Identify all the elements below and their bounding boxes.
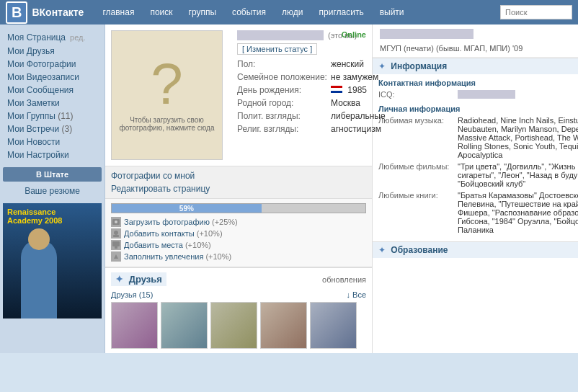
nav: главная поиск группы события люди пригла… [95, 4, 500, 20]
hobby-progress-link[interactable]: Заполнить увлечения [124, 252, 203, 261]
detail-relationship: Семейное положение: не замужем [237, 72, 386, 82]
info-section-title: ✦ Информация [378, 61, 447, 71]
friend-thumb-1[interactable] [111, 302, 158, 349]
nav-search[interactable]: поиск [143, 4, 179, 20]
contact-progress-link[interactable]: Добавить контакты [124, 229, 195, 238]
edit-page-link[interactable]: Редактировать страницу [111, 182, 366, 195]
friends-count[interactable]: Друзья (15) [111, 290, 153, 299]
friend-thumb-4[interactable] [260, 302, 307, 349]
birthday-flag-icon [331, 86, 342, 93]
main-layout: Моя Страница ред. Мои Друзья Мои Фотогра… [0, 24, 578, 353]
progress-item-hobby[interactable]: Заполнить увлечения (+10%) [111, 251, 366, 262]
sidebar-edit-label[interactable]: ред. [70, 33, 85, 42]
search-input[interactable] [500, 5, 572, 19]
nav-people[interactable]: люди [275, 4, 310, 20]
detail-birthday: День рождения: 1985 [237, 85, 386, 95]
location-progress-link[interactable]: Добавить места [124, 241, 183, 249]
progress-item-location[interactable]: Добавить места (+10%) [111, 239, 366, 251]
nav-home[interactable]: главная [95, 4, 141, 20]
friend-thumb-2[interactable] [161, 302, 208, 349]
edu-title: Образование [391, 245, 448, 255]
education-text: МГУП (печати) (бывш. МГАП, МПИ) '09 [380, 44, 578, 53]
edu-section: ✦ Образование редактировать [373, 241, 578, 258]
edu-icon: ✦ [378, 245, 386, 255]
sidebar-item-events[interactable]: Мои Встречи (3) [0, 122, 105, 135]
svg-rect-4 [112, 241, 120, 246]
friend-thumb-3[interactable] [210, 302, 257, 349]
ad-line2: Academy 2008 [7, 216, 62, 225]
sidebar-item-mypage[interactable]: Моя Страница [7, 32, 66, 43]
detail-gender: Пол: женский [237, 59, 386, 69]
edu-section-header: ✦ Образование редактировать [373, 242, 578, 258]
friends-all-link[interactable]: ↓ Все [346, 290, 366, 299]
sidebar-status-header: В Штате [3, 167, 102, 182]
sidebar-item-videos[interactable]: Мои Видеозаписи [0, 71, 105, 84]
photo-question-mark: ? [151, 55, 183, 113]
logo-text: ВКонтакте [32, 6, 84, 18]
search-box [500, 5, 572, 19]
profile-name-blurred [237, 30, 324, 40]
sidebar-item-groups[interactable]: Мои Группы (11) [0, 110, 105, 122]
contact-progress-icon [111, 228, 121, 239]
icq-value-blurred [458, 90, 515, 99]
online-status: Online [342, 30, 366, 39]
nav-events[interactable]: события [225, 4, 273, 20]
right-name-blurred [380, 29, 473, 39]
progress-section: 59% Загрузить фотографию (+25%) [105, 199, 372, 267]
friends-grid [111, 302, 366, 349]
svg-rect-3 [113, 235, 119, 237]
right-column: Информация МГУП (печати) (бывш. МГАП, МП… [372, 24, 578, 353]
detail-religious: Религ. взгляды: агностицизм [237, 124, 386, 134]
info-section: ✦ Информация редактировать Контактная ин… [373, 58, 578, 241]
photo-progress-link[interactable]: Загрузить фотографию [124, 218, 210, 226]
icq-row: ICQ: [378, 90, 578, 100]
content: ? Чтобы загрузить свою фотографию, нажми… [105, 24, 578, 353]
sidebar-item-photos[interactable]: Мои Фотографии [0, 58, 105, 71]
location-progress-icon [111, 240, 121, 250]
friends-header: ✦ Друзья обновления [111, 272, 366, 286]
friends-title: ✦ Друзья [111, 272, 166, 286]
friends-count-row: Друзья (15) ↓ Все [111, 290, 366, 299]
sidebar: Моя Страница ред. Мои Друзья Мои Фотогра… [0, 24, 105, 353]
sidebar-item-settings[interactable]: Мои Настройки [0, 148, 105, 161]
my-page-row: Моя Страница ред. [0, 30, 105, 45]
right-top: Информация МГУП (печати) (бывш. МГАП, МП… [373, 24, 578, 58]
personal-info-header: Личная информация [ редактировать ] [378, 104, 578, 113]
change-status-button[interactable]: [ Изменить статус ] [237, 43, 317, 55]
contact-info-header: Контактная информация [ редактировать ] [378, 79, 578, 87]
books-row: Любимые книги: "Братья Карамазовы" Досто… [378, 191, 578, 234]
progress-bar-inner: 59% [112, 204, 262, 213]
sidebar-item-news[interactable]: Мои Новости [0, 135, 105, 148]
logo-vk-icon[interactable]: В [6, 1, 27, 24]
profile-top: ? Чтобы загрузить свою фотографию, нажми… [105, 24, 372, 166]
photo-upload-prompt: Чтобы загрузить свою фотографию, нажмите… [112, 113, 222, 135]
svg-point-1 [115, 220, 117, 223]
sidebar-ad[interactable]: Renaissance Academy 2008 [3, 203, 102, 318]
nav-logout[interactable]: выйти [373, 4, 412, 20]
info-section-header: ✦ Информация редактировать [373, 58, 578, 74]
sidebar-item-messages[interactable]: Мои Сообщения [0, 84, 105, 97]
ad-line1: Renaissance [7, 208, 55, 216]
sidebar-item-notes[interactable]: Мои Заметки [0, 97, 105, 110]
svg-rect-5 [115, 246, 117, 249]
action-links: Фотографии со мной Редактировать страниц… [105, 166, 372, 199]
svg-point-2 [114, 231, 118, 235]
logo: В ВКонтакте [6, 1, 84, 24]
sidebar-resume-link[interactable]: Ваше резюме [0, 184, 105, 197]
friends-section: ✦ Друзья обновления Друзья (15) ↓ Все [105, 267, 372, 353]
photos-with-me-link[interactable]: Фотографии со мной [111, 169, 366, 182]
photo-progress-icon [111, 217, 121, 227]
progress-bar-outer: 59% [111, 203, 366, 213]
profile-photo[interactable]: ? Чтобы загрузить свою фотографию, нажми… [111, 30, 223, 160]
detail-political: Полит. взгляды: либеральные [237, 111, 386, 121]
progress-item-contact[interactable]: Добавить контакты (+10%) [111, 228, 366, 239]
sidebar-item-friends[interactable]: Мои Друзья [0, 45, 105, 58]
friend-thumb-5[interactable] [310, 302, 357, 349]
nav-groups[interactable]: группы [182, 4, 224, 20]
music-row: Любимая музыка: Radiohead, Nine Inch Nai… [378, 116, 578, 159]
progress-item-photo[interactable]: Загрузить фотографию (+25%) [111, 216, 366, 228]
nav-invite[interactable]: пригласить [312, 4, 371, 20]
header: В ВКонтакте главная поиск группы события… [0, 0, 578, 24]
friends-icon: ✦ [115, 274, 123, 285]
left-column: ? Чтобы загрузить свою фотографию, нажми… [105, 24, 372, 353]
